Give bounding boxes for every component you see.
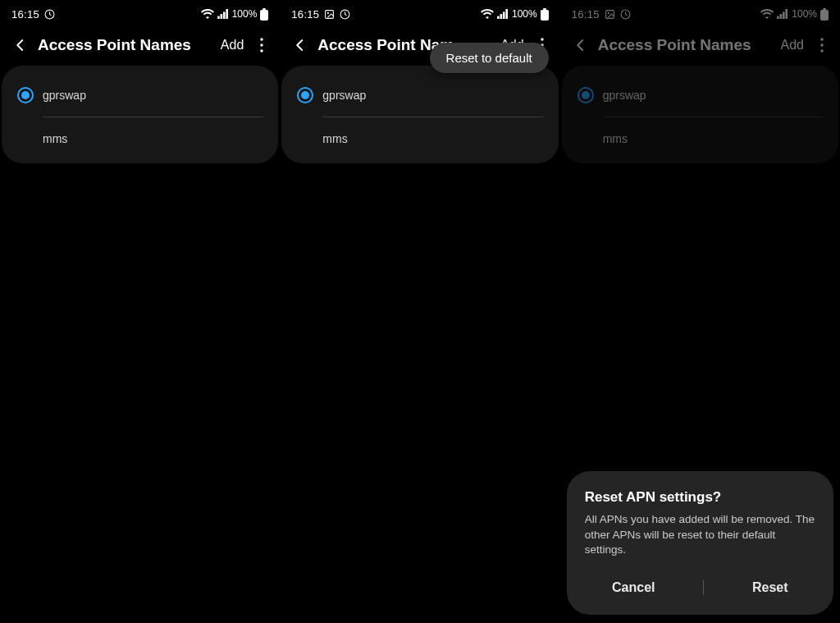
- apn-name: gprswap: [43, 82, 86, 108]
- svg-rect-2: [220, 14, 222, 19]
- clock-notification-icon: [340, 9, 350, 20]
- menu-item-reset-default[interactable]: Reset to default: [446, 51, 532, 65]
- divider: [703, 580, 704, 595]
- back-button[interactable]: [11, 36, 30, 54]
- svg-rect-14: [500, 14, 503, 19]
- svg-point-11: [327, 11, 329, 13]
- clock-notification-icon: [44, 9, 55, 20]
- back-button[interactable]: [572, 36, 590, 54]
- svg-point-19: [541, 38, 543, 40]
- svg-rect-30: [820, 10, 829, 21]
- page-title: Access Point Names: [598, 36, 781, 54]
- signal-icon: [217, 9, 229, 19]
- svg-rect-17: [543, 8, 546, 10]
- svg-rect-1: [217, 16, 220, 19]
- svg-rect-27: [783, 11, 785, 19]
- status-time: 16:15: [291, 8, 319, 21]
- dialog-body: All APNs you have added will be removed.…: [585, 512, 815, 557]
- apn-row[interactable]: gprswap: [562, 74, 838, 117]
- wifi-icon: [201, 9, 214, 19]
- clock-notification-icon: [620, 9, 631, 20]
- battery-percent: 100%: [232, 8, 258, 20]
- phone-screen-1: 16:15 100% Access Point Names Add gprswa…: [0, 0, 280, 623]
- cancel-button[interactable]: Cancel: [605, 572, 661, 603]
- radio-selected-icon[interactable]: [578, 87, 594, 103]
- svg-rect-25: [777, 16, 779, 19]
- add-button[interactable]: Add: [781, 38, 804, 53]
- svg-rect-6: [260, 10, 268, 21]
- apn-row[interactable]: mms: [562, 117, 838, 160]
- wifi-icon: [760, 9, 774, 19]
- apn-row[interactable]: gprswap: [281, 74, 558, 117]
- svg-rect-3: [223, 11, 226, 19]
- apn-list-card: gprswap mms: [281, 66, 558, 163]
- reset-button[interactable]: Reset: [746, 572, 795, 603]
- apn-name: mms: [43, 126, 67, 152]
- apn-radio[interactable]: [13, 87, 38, 103]
- svg-rect-5: [262, 8, 266, 10]
- svg-rect-29: [823, 8, 826, 10]
- dialog-title: Reset APN settings?: [585, 489, 815, 506]
- svg-point-33: [820, 49, 823, 52]
- apn-list-card: gprswap mms: [562, 66, 838, 163]
- dialog-button-row: Cancel Reset: [585, 572, 815, 603]
- svg-rect-16: [505, 9, 508, 19]
- phone-screen-3: 16:15 100% Access Point Names Add gprswa…: [560, 0, 840, 623]
- svg-point-7: [261, 38, 263, 40]
- svg-rect-18: [541, 10, 549, 21]
- apn-radio[interactable]: [573, 87, 598, 103]
- svg-rect-4: [226, 9, 228, 19]
- svg-rect-28: [786, 9, 788, 19]
- signal-icon: [777, 9, 788, 19]
- battery-icon: [260, 8, 268, 21]
- more-options-button[interactable]: [815, 38, 829, 53]
- apn-name: gprswap: [322, 82, 366, 108]
- apn-name: mms: [603, 126, 628, 152]
- battery-percent: 100%: [792, 8, 817, 20]
- apn-list-card: gprswap mms: [2, 66, 278, 163]
- status-bar: 16:15 100%: [560, 0, 840, 28]
- radio-selected-icon[interactable]: [17, 87, 34, 103]
- svg-rect-13: [497, 16, 500, 19]
- apn-row[interactable]: gprswap: [2, 74, 278, 117]
- page-title: Access Point Names: [38, 36, 221, 54]
- apn-name: gprswap: [603, 82, 646, 108]
- svg-point-9: [261, 49, 263, 52]
- svg-point-8: [261, 44, 263, 46]
- overflow-menu: Reset to default: [430, 43, 549, 73]
- svg-rect-26: [780, 14, 783, 19]
- battery-icon: [541, 8, 549, 21]
- app-header: Access Point Names Add: [0, 28, 280, 66]
- apn-radio[interactable]: [293, 87, 317, 103]
- svg-point-31: [820, 38, 823, 40]
- apn-row[interactable]: mms: [281, 117, 558, 160]
- dialog-reset-apn: Reset APN settings? All APNs you have ad…: [567, 471, 833, 615]
- battery-icon: [820, 8, 829, 21]
- app-header: Access Point Names Add: [560, 28, 840, 66]
- status-time: 16:15: [572, 8, 600, 21]
- apn-name: mms: [322, 126, 347, 152]
- svg-point-23: [607, 11, 609, 13]
- phone-screen-2: 16:15 100% Access Point Nam Add gprswap: [280, 0, 559, 623]
- back-button[interactable]: [291, 36, 309, 54]
- image-notification-icon: [324, 9, 335, 20]
- signal-icon: [497, 9, 509, 19]
- status-bar: 16:15 100%: [0, 0, 280, 28]
- image-notification-icon: [605, 9, 615, 20]
- battery-percent: 100%: [512, 8, 537, 20]
- svg-point-32: [820, 44, 823, 46]
- status-bar: 16:15 100%: [280, 0, 559, 28]
- add-button[interactable]: Add: [221, 38, 244, 53]
- more-options-button[interactable]: [255, 38, 268, 53]
- radio-selected-icon[interactable]: [297, 87, 313, 103]
- wifi-icon: [481, 9, 494, 19]
- apn-row[interactable]: mms: [2, 117, 278, 160]
- svg-rect-15: [503, 11, 505, 19]
- status-time: 16:15: [11, 8, 39, 21]
